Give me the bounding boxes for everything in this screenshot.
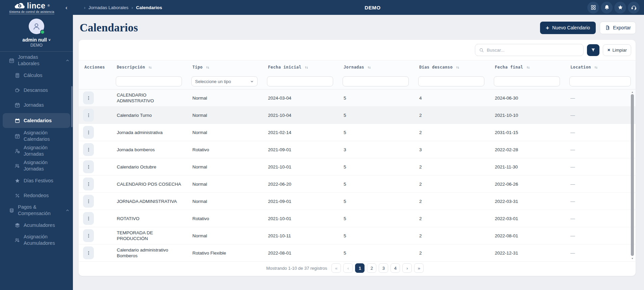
cell-location: —: [565, 176, 636, 193]
row-actions-button[interactable]: [83, 178, 94, 190]
row-actions-button[interactable]: [83, 195, 94, 208]
sidebar-item-jornadas-laborales[interactable]: Jornadas Laborales: [0, 53, 73, 68]
sidebar-item-dias-festivos[interactable]: Días Festivos: [0, 173, 73, 188]
cell-jornadas: 3: [338, 141, 413, 158]
sort-icon[interactable]: ↑↓: [594, 65, 597, 70]
search-input[interactable]: [487, 48, 580, 53]
column-label: Fecha inicial: [268, 65, 301, 70]
sort-icon[interactable]: ↑↓: [304, 65, 307, 70]
pagination-first[interactable]: «: [331, 263, 341, 273]
sidebar-item-pagos-compensacion[interactable]: Pagos & Compensación: [0, 203, 73, 218]
column-header-dias-descanso[interactable]: Días descanso↑↓: [413, 60, 489, 74]
filter-input-fecha-inicial[interactable]: [267, 76, 333, 86]
cell-jornadas: 5: [338, 158, 413, 176]
row-actions-button[interactable]: [83, 91, 94, 104]
column-header-location[interactable]: Location↑↓: [565, 60, 636, 74]
breadcrumb-item-calendarios[interactable]: Calendarios: [136, 5, 162, 10]
table-row: Jornada bomberosRotativo2021-09-01332022…: [79, 141, 636, 158]
notifications-button[interactable]: [601, 2, 613, 14]
row-actions-button[interactable]: [83, 143, 94, 156]
chevron-right-icon: ›: [132, 5, 133, 10]
sidebar-item-calendarios[interactable]: Calendarios: [3, 113, 70, 128]
sidebar-item-label: Asignación Calendarios: [24, 130, 59, 142]
favorites-button[interactable]: [614, 2, 626, 14]
pagination-last[interactable]: »: [414, 263, 424, 273]
new-calendar-button[interactable]: + Nuevo Calendario: [540, 22, 596, 34]
table-row: ROTATIVORotativo2021-10-01522022-03-01—: [79, 210, 636, 227]
sidebar-item-asignacion-jornadas[interactable]: Asignación Jornadas: [0, 158, 73, 173]
row-actions-button[interactable]: [83, 246, 94, 259]
users-gear-icon: [15, 237, 20, 243]
calendar-week-icon: [9, 58, 15, 63]
sort-icon[interactable]: ↑↓: [456, 65, 459, 70]
cell-dias-descanso: 2: [413, 193, 489, 210]
table-scrollbar[interactable]: ▲ ▼: [630, 90, 634, 260]
scroll-up-icon[interactable]: ▲: [630, 90, 634, 94]
cell-tipo: Normal: [187, 176, 262, 193]
sidebar-collapse-button[interactable]: ‹: [63, 3, 70, 12]
support-button[interactable]: [628, 2, 640, 14]
export-button[interactable]: Exportar: [600, 22, 636, 34]
sidebar-item-asignacion-acumuladores[interactable]: Asignación Acumuladores: [0, 233, 73, 247]
chevron-up-icon: [65, 208, 70, 212]
cell-location: —: [565, 227, 636, 244]
row-actions-button[interactable]: [83, 109, 94, 122]
column-header-fecha-inicial[interactable]: Fecha inicial↑↓: [262, 60, 338, 74]
filter-input-descripcion[interactable]: [116, 76, 182, 86]
sidebar-scrollbar-thumb[interactable]: [71, 86, 73, 127]
export-icon: [605, 25, 610, 30]
row-actions-button[interactable]: [83, 212, 94, 225]
sort-icon[interactable]: ↑↓: [526, 65, 529, 70]
row-actions-button[interactable]: [83, 126, 94, 139]
pagination-next[interactable]: ›: [402, 263, 412, 273]
select-placeholder: Seleccione un tipo: [195, 79, 231, 84]
pagination-page-1[interactable]: 1: [355, 263, 365, 273]
pagination-page-3[interactable]: 3: [379, 263, 388, 273]
column-header-tipo[interactable]: Tipo↑↓: [187, 60, 262, 74]
filter-input-fecha-final[interactable]: [494, 76, 560, 86]
user-panel[interactable]: admin null ˅ DEMO: [0, 15, 73, 48]
scrollbar-thumb[interactable]: [631, 94, 634, 256]
cell-descripcion: Jornada bomberos: [111, 141, 187, 158]
row-actions-button[interactable]: [83, 229, 94, 242]
sidebar-item-redondeos[interactable]: Redondeos: [0, 188, 73, 203]
sort-icon[interactable]: ↑↓: [148, 65, 151, 70]
cell-dias-descanso: 2: [413, 210, 489, 227]
column-header-descripcion[interactable]: Descripción↑↓: [111, 60, 187, 74]
filter-input-dias-descanso[interactable]: [418, 76, 484, 86]
column-label: Tipo: [192, 65, 203, 70]
filter-select-tipo[interactable]: Seleccione un tipo: [191, 76, 258, 86]
sidebar-item-calculos[interactable]: Cálculos: [0, 68, 73, 83]
column-header-jornadas[interactable]: Jornadas↑↓: [338, 60, 413, 74]
sidebar-item-label: Asignación Acumuladores: [24, 234, 59, 246]
cell-fecha-inicial: 2021-10-01: [262, 158, 338, 176]
cell-tipo: Normal: [187, 193, 262, 210]
filter-button[interactable]: [587, 44, 599, 56]
cell-tipo: Rotativo: [187, 210, 262, 227]
cell-fecha-final: 2022-02-28: [489, 141, 565, 158]
cell-fecha-inicial: 2021-10-11: [262, 227, 338, 244]
column-header-fecha-final[interactable]: Fecha final↑↓: [489, 60, 565, 74]
column-label: Días descanso: [419, 65, 453, 70]
sort-icon[interactable]: ↑↓: [367, 65, 370, 70]
cell-acciones: [79, 124, 111, 141]
row-actions-button[interactable]: [83, 160, 94, 173]
breadcrumb-item-jornadas-laborales[interactable]: Jornadas Laborales: [88, 5, 129, 10]
sidebar-item-jornadas[interactable]: Jornadas: [0, 98, 73, 112]
scroll-down-icon[interactable]: ▼: [630, 257, 634, 260]
pagination-page-2[interactable]: 2: [367, 263, 376, 273]
pagination-prev[interactable]: ‹: [343, 263, 353, 273]
pagination-page-4[interactable]: 4: [391, 263, 400, 273]
clear-filters-button[interactable]: ✕ Limpiar: [603, 44, 631, 56]
filter-input-jornadas[interactable]: [343, 76, 409, 86]
avatar[interactable]: [29, 19, 44, 34]
chevron-down-icon[interactable]: ˅: [49, 38, 51, 43]
apps-button[interactable]: [587, 2, 599, 14]
cell-acciones: [79, 176, 111, 193]
sidebar-item-descansos[interactable]: Descansos: [0, 83, 73, 98]
sidebar-item-asignacion-jornadas[interactable]: Asignación Jornadas: [0, 143, 73, 158]
sidebar-item-asignacion-calendarios[interactable]: Asignación Calendarios: [0, 129, 73, 143]
sort-icon[interactable]: ↑↓: [206, 65, 209, 70]
sidebar-item-acumuladores[interactable]: Acumuladores: [0, 218, 73, 233]
filter-input-location[interactable]: [569, 76, 631, 86]
